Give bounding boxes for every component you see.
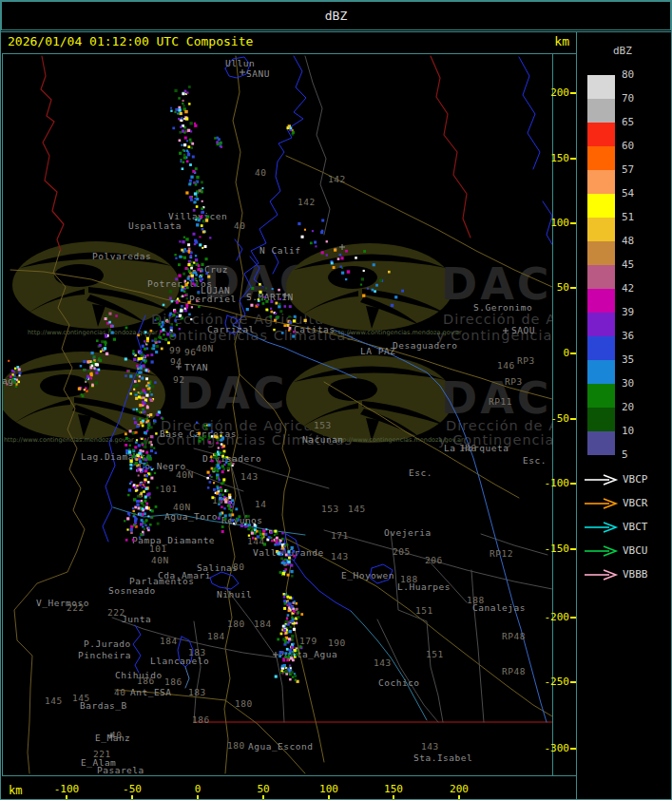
map-label: S.MARTIN (246, 292, 294, 302)
colorbar-label: 42 (622, 283, 660, 295)
map-label: Perdriel (189, 294, 237, 304)
map-label: 171 (331, 530, 349, 541)
x-axis-label: 0 (177, 783, 219, 795)
colorbar-label: 48 (622, 236, 660, 247)
legend-item-VBCR: VBCR (577, 497, 672, 510)
map-label: 143 (331, 551, 349, 562)
map-label: 14 (255, 499, 266, 509)
map-label: E_Hoyowen (341, 570, 394, 581)
colorbar-block-36 (587, 313, 615, 336)
info-bar: 2026/01/04 01:12:00 UTC Composite km (1, 34, 671, 53)
map-label: Uspallata (128, 220, 182, 231)
legend-label: VBCR (623, 497, 648, 509)
map-label: Ullun (225, 58, 255, 68)
x-axis-label: 50 (242, 783, 284, 795)
map-label: Nihuil (217, 589, 252, 600)
map-label: 148 (459, 443, 477, 453)
y-axis-label: 200 (537, 87, 569, 99)
map-label: Bardas_B (80, 700, 127, 711)
map-label: 40 (114, 687, 125, 697)
watermark-url: http://www.contingencias.mendoza.gov.ar (332, 329, 462, 336)
y-axis-label: -100 (537, 478, 569, 489)
colorbar-label: 54 (622, 188, 660, 200)
map-label: Desaguadero (393, 340, 457, 351)
map-label: Ant_ESA (130, 687, 172, 697)
dacc-eye-logo (286, 243, 453, 331)
legend-item-VBCP: VBCP (577, 473, 672, 486)
map-label: SANU (246, 68, 270, 79)
map-label: 142 (298, 197, 316, 207)
map-label: 184 (160, 636, 178, 646)
watermark-line1: Dirección de Agricultura (443, 312, 552, 327)
map-label: S.Geronimo (473, 302, 532, 313)
map-label: 151 (426, 649, 444, 659)
x-axis-tick (393, 795, 394, 800)
map-label: 180 (227, 619, 245, 629)
radar-window: dBZ 2026/01/04 01:12:00 UTC Composite km… (0, 0, 672, 800)
map-label: 94 (170, 356, 182, 367)
dacc-watermarks: DACCDirección de Agriculturay Contingenc… (3, 241, 552, 448)
y-axis-label: 150 (537, 153, 569, 164)
x-axis-label: -50 (111, 783, 153, 795)
map-label: Ovejeria (384, 527, 432, 538)
map-canvas: DACCDirección de Agriculturay Contingenc… (3, 54, 552, 775)
map-label: RP11 (489, 396, 512, 407)
y-axis-label: 50 (537, 282, 569, 294)
map-label: 80 (233, 562, 244, 572)
colorbar-block-42 (587, 265, 615, 289)
map-label: Llancanelo (150, 656, 209, 666)
map-label: Catitas (294, 324, 336, 334)
map-label: 40 (255, 167, 266, 178)
colorbar-label: 70 (622, 93, 660, 105)
x-axis-tick (458, 795, 460, 800)
map-label: 40N (151, 555, 169, 565)
map-label: LA PAZ (360, 346, 395, 356)
map-label: 92 (173, 374, 184, 385)
colorbar-block-30 (587, 360, 615, 384)
x-axis-label: 150 (373, 783, 414, 795)
map-label: 40 (234, 220, 245, 231)
colorbar-label: 35 (622, 354, 660, 366)
map-label: Nacunan (302, 434, 344, 445)
colorbar-label: 45 (622, 259, 660, 271)
dacc-eye-logo (3, 352, 165, 439)
map-label: 143 (374, 657, 392, 668)
map-label: SAOU (511, 325, 535, 335)
map-label: Agua_Toro (164, 511, 218, 522)
colorbar-block-65 (587, 99, 615, 123)
map-label: 186 (137, 676, 155, 686)
colorbar-block-48 (587, 218, 615, 241)
map-label: 145 (45, 695, 63, 706)
map-label: 143 (240, 471, 259, 482)
colorbar-block-20 (587, 384, 615, 408)
x-axis-label: -100 (46, 783, 87, 795)
legend-item-VBBB: VBBB (577, 568, 672, 581)
side-panel: dBZ 807065605754514845423936353020105 VB… (576, 32, 672, 800)
map-label: Canalejas (472, 602, 526, 613)
colorbar-top-label: 80 (622, 69, 660, 81)
y-axis-label: -200 (537, 612, 569, 623)
map-label: 142 (328, 174, 346, 184)
map-label: 180 (235, 698, 253, 709)
map-label: 40N (176, 469, 194, 480)
map-label: RP48 (502, 666, 526, 676)
colorbar-block-39 (587, 289, 615, 313)
colorbar-label: 65 (622, 117, 660, 128)
map-label: RP12 (490, 548, 513, 559)
map-label: 153 (314, 420, 332, 430)
x-axis-tick (328, 795, 330, 800)
colorbar-block-51 (587, 194, 615, 218)
map-label: Agua_Escond (248, 741, 313, 752)
radar-arrow-icon (584, 545, 620, 557)
map-label: TYAN (184, 362, 208, 372)
map-label: P.Jurado (84, 638, 131, 649)
timestamp: 2026/01/04 01:12:00 UTC Composite (8, 34, 253, 48)
x-axis-tick (262, 795, 264, 800)
map-label: Cochico (378, 677, 420, 688)
map-label: RP3 (505, 376, 523, 387)
map-label: 101 (149, 543, 167, 554)
colorbar-block-70 (587, 75, 615, 99)
colorbar-label: 30 (622, 378, 660, 390)
radar-arrow-icon (584, 569, 620, 581)
map-label: N Calif (259, 245, 301, 256)
